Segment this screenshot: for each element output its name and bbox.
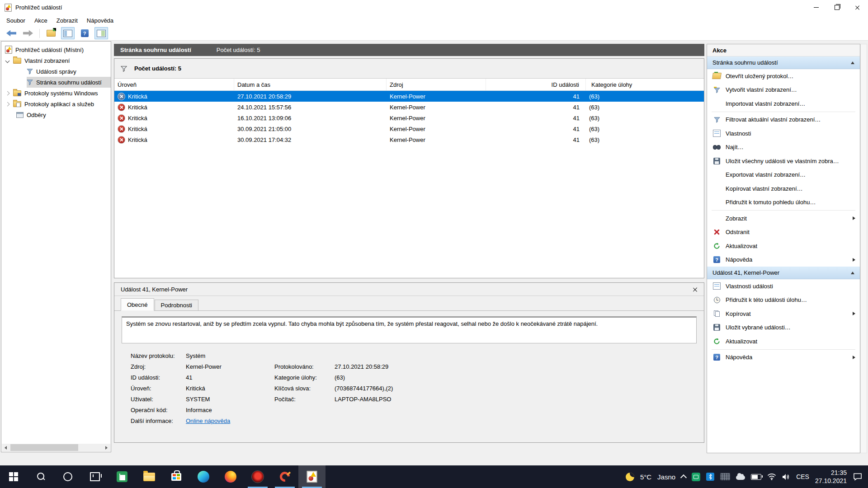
touch-keyboard-icon[interactable] xyxy=(720,473,730,480)
toggle-console-tree-button[interactable] xyxy=(61,27,75,39)
column-header-source[interactable]: Zdroj xyxy=(387,79,486,90)
refresh-icon xyxy=(713,338,720,345)
action-attach-task-to-view[interactable]: Přidružit k tomuto pohledu úlohu… xyxy=(707,196,860,210)
column-header-category[interactable]: Kategorie úlohy xyxy=(586,79,704,90)
action-export-custom-view[interactable]: Exportovat vlastní zobrazení… xyxy=(707,168,860,182)
language-indicator[interactable]: CES xyxy=(796,473,809,480)
open-saved-log-icon xyxy=(47,30,56,37)
event-row[interactable]: Kritická 30.09.2021 17:04:32 Kernel-Powe… xyxy=(114,134,704,145)
menu-view[interactable]: Zobrazit xyxy=(52,16,82,25)
battery-icon[interactable] xyxy=(751,474,761,480)
volume-icon[interactable] xyxy=(782,474,790,480)
back-arrow-icon xyxy=(6,30,16,37)
actions-scrollbar[interactable] xyxy=(860,44,867,453)
weather-moon-icon[interactable] xyxy=(626,473,634,481)
menu-file[interactable]: Soubor xyxy=(2,16,30,25)
action-filter-current-view[interactable]: Filtrovat aktuální vlastní zobrazení… xyxy=(707,113,860,127)
forward-button[interactable] xyxy=(21,27,35,39)
ccleaner-icon xyxy=(279,471,291,483)
tray-expand-icon[interactable] xyxy=(680,474,687,481)
weather-condition[interactable]: Jasno xyxy=(657,473,675,481)
taskbar-app-comodo[interactable] xyxy=(244,465,271,488)
column-header-datetime[interactable]: Datum a čas xyxy=(234,79,387,90)
tree-horizontal-scrollbar[interactable] xyxy=(2,444,110,451)
action-center-icon[interactable] xyxy=(853,473,863,481)
action-refresh-event[interactable]: Aktualizovat xyxy=(707,334,860,348)
action-find[interactable]: Najít… xyxy=(707,141,860,155)
detail-close-icon[interactable] xyxy=(693,287,698,292)
submenu-arrow-icon xyxy=(853,258,855,262)
action-copy-custom-view[interactable]: Kopírovat vlastní zobrazení… xyxy=(707,182,860,196)
tree-item-subscriptions[interactable]: Odběry xyxy=(1,109,111,120)
scrollbar-thumb[interactable] xyxy=(10,444,78,451)
taskbar-app-notes[interactable] xyxy=(108,465,136,488)
properties-icon xyxy=(713,130,721,137)
chevron-expanded-icon[interactable] xyxy=(5,58,10,63)
tree-item-root[interactable]: Prohlížeč událostí (Místní) xyxy=(1,44,111,55)
tree-item-windows-logs[interactable]: Protokoly systému Windows xyxy=(1,88,111,99)
tray-green-app-icon[interactable] xyxy=(692,473,700,481)
tab-details[interactable]: Podrobnosti xyxy=(155,300,198,310)
onedrive-icon[interactable] xyxy=(736,475,745,480)
action-event-properties[interactable]: Vlastnosti události xyxy=(707,279,860,293)
help-button[interactable]: ? xyxy=(78,27,91,39)
action-delete[interactable]: Odstranit xyxy=(707,225,860,239)
start-button[interactable] xyxy=(0,465,27,488)
open-saved-log-button[interactable] xyxy=(44,27,58,39)
event-row[interactable]: Kritická 24.10.2021 15:57:56 Kernel-Powe… xyxy=(114,102,704,113)
action-properties[interactable]: Vlastnosti xyxy=(707,127,860,141)
tree-item-custom-views[interactable]: Vlastní zobrazení xyxy=(1,55,111,66)
action-attach-task-to-event[interactable]: Přidružit k této události úlohu… xyxy=(707,293,860,307)
tree-item-summary-page[interactable]: Stránka souhrnu událostí xyxy=(1,77,111,88)
online-help-link[interactable]: Online nápověda xyxy=(186,418,230,424)
tree-item-app-logs[interactable]: Protokoly aplikací a služeb xyxy=(1,99,111,109)
chevron-collapsed-icon[interactable] xyxy=(5,102,10,106)
minimize-button[interactable] xyxy=(806,0,826,15)
action-copy[interactable]: Kopírovat xyxy=(707,307,860,321)
menu-help[interactable]: Nápověda xyxy=(82,16,118,25)
menubar: Soubor Akce Zobrazit Nápověda xyxy=(0,15,868,26)
scroll-left-button[interactable] xyxy=(2,444,9,451)
action-open-saved-log[interactable]: Otevřít uložený protokol… xyxy=(707,69,860,83)
actions-section-header-event[interactable]: Událost 41, Kernel-Power xyxy=(707,267,860,279)
action-help[interactable]: ?Nápověda xyxy=(707,253,860,267)
cortana-button[interactable] xyxy=(54,465,81,488)
taskbar-app-event-viewer[interactable] xyxy=(298,465,326,488)
menu-action[interactable]: Akce xyxy=(30,16,52,25)
action-save-all-events[interactable]: Uložit všechny události ve vlastním zobr… xyxy=(707,154,860,168)
action-event-help[interactable]: ?Nápověda xyxy=(707,351,860,365)
action-import-custom-view[interactable]: Importovat vlastní zobrazení… xyxy=(707,97,860,111)
wifi-icon[interactable] xyxy=(767,474,776,480)
event-row[interactable]: Kritická 16.10.2021 13:09:06 Kernel-Powe… xyxy=(114,113,704,123)
search-button[interactable] xyxy=(27,465,54,488)
column-header-level[interactable]: Úroveň xyxy=(114,79,234,90)
chevron-collapsed-icon[interactable] xyxy=(5,91,10,95)
file-explorer-icon xyxy=(143,473,155,481)
taskbar-app-firefox[interactable] xyxy=(217,465,244,488)
task-view-button[interactable] xyxy=(81,465,108,488)
taskbar-app-ccleaner[interactable] xyxy=(271,465,298,488)
event-row[interactable]: Kritická 30.09.2021 21:05:00 Kernel-Powe… xyxy=(114,123,704,134)
close-button[interactable] xyxy=(847,0,868,15)
back-button[interactable] xyxy=(5,27,18,39)
toggle-action-pane-button[interactable] xyxy=(94,27,108,39)
tree-item-admin-events[interactable]: Události správy xyxy=(1,66,111,77)
action-save-selected-events[interactable]: Uložit vybrané události… xyxy=(707,321,860,335)
restore-button[interactable] xyxy=(826,0,847,15)
tab-general[interactable]: Obecné xyxy=(121,298,154,311)
action-create-custom-view[interactable]: Vytvořit vlastní zobrazení… xyxy=(707,83,860,97)
scroll-right-button[interactable] xyxy=(103,444,110,451)
event-description-box[interactable]: Systém se znovu restartoval, aniž by se … xyxy=(122,316,697,343)
taskbar-app-edge[interactable] xyxy=(190,465,217,488)
event-row-selected[interactable]: Kritická 27.10.2021 20:58:29 Kernel-Powe… xyxy=(114,91,704,102)
action-refresh[interactable]: Aktualizovat xyxy=(707,239,860,253)
column-header-eventid[interactable]: ID události xyxy=(486,79,586,90)
bluetooth-icon[interactable] xyxy=(706,473,714,481)
actions-pane-title: Akce xyxy=(707,44,860,56)
actions-section-header-summary[interactable]: Stránka souhrnu událostí xyxy=(707,56,860,69)
taskbar-app-file-explorer[interactable] xyxy=(136,465,163,488)
clock[interactable]: 21:35 27.10.2021 xyxy=(815,469,847,485)
taskbar-app-store[interactable] xyxy=(163,465,190,488)
weather-temperature[interactable]: 5°C xyxy=(640,473,651,481)
action-view-submenu[interactable]: Zobrazit xyxy=(707,211,860,225)
